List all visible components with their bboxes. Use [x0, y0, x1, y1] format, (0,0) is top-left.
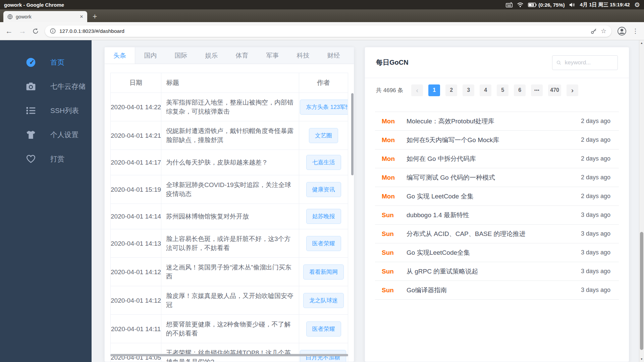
gocn-item-time: 2 days ago: [581, 118, 610, 125]
session-gear-icon[interactable]: ⚙: [634, 2, 640, 8]
news-table-row[interactable]: 2020-04-01 14:12 脸皮厚！京媒真是败人品，又开始吹嘘国安夺冠 龙…: [111, 286, 348, 315]
reload-icon[interactable]: [32, 28, 39, 35]
camera-icon: [25, 81, 36, 92]
sidebar-item-profile-settings[interactable]: 个人设置: [0, 123, 92, 147]
news-date: 2020-04-01 14:12: [111, 286, 161, 315]
pagination-prev-button[interactable]: ‹: [411, 84, 423, 96]
news-table: 日期 标题 作者 2020-04-01 14:22 美军指挥部迁入地堡，整座山被…: [110, 73, 348, 362]
news-author-badge[interactable]: 东方头条 123军情: [300, 100, 348, 115]
gocn-list-item[interactable]: Sun 从 gRPC 的重试策略说起 3 days ago: [375, 262, 619, 281]
gocn-list-item[interactable]: Mon 编写可测试 Go 代码的一种模式 2 days ago: [375, 168, 619, 187]
gocn-list-item[interactable]: Mon 如何在 Go 中拆分代码库 2 days ago: [375, 149, 619, 168]
site-info-icon[interactable]: [50, 28, 56, 34]
news-author-cell: 医者荣耀: [299, 229, 348, 258]
news-author-badge[interactable]: 健康资讯: [306, 182, 341, 197]
news-table-wrap: 日期 标题 作者 2020-04-01 14:22 美军指挥部迁入地堡，整座山被…: [110, 73, 348, 362]
news-table-row[interactable]: 2020-04-01 14:14 苏州园林博物馆恢复对外开放 姑苏晚报: [111, 204, 348, 229]
scrollbar-up-arrow-icon[interactable]: ▲: [639, 42, 644, 45]
sidebar-item-home[interactable]: 首页: [0, 50, 92, 74]
gocn-list-item[interactable]: Mon Go 实现 LeetCode 全集 2 days ago: [375, 187, 619, 206]
pagination-next-button[interactable]: ›: [567, 84, 578, 96]
news-table-row[interactable]: 2020-04-01 14:21 倪妮新封遭遇滑铁卢，戴针织帽角度奇怪暴露脸部缺…: [111, 121, 348, 150]
news-category-tab[interactable]: 国内: [135, 47, 166, 64]
table-vertical-scrollbar[interactable]: [351, 93, 354, 175]
gocn-list-item[interactable]: Sun Go编译器指南 3 days ago: [375, 281, 619, 300]
news-table-row[interactable]: 2020-04-01 14:12 迷之画风！英国男子扮“灌木丛”偷溜出门买东西 …: [111, 258, 348, 286]
news-author-badge[interactable]: 医者荣耀: [306, 321, 341, 337]
clock[interactable]: 4月 1日 周三 15:19:42: [580, 2, 630, 8]
new-tab-button[interactable]: +: [93, 13, 97, 20]
browser-menu-icon[interactable]: ⋮: [632, 28, 639, 34]
news-title: 王者荣耀：丝血锁住的英雄TOP8！这几个英雄血量条是假的?: [161, 343, 299, 362]
scrollbar-down-arrow-icon[interactable]: ▼: [639, 358, 644, 361]
gocn-list-item[interactable]: Mon Molecule：高效Protobuf处理库 2 days ago: [375, 112, 619, 131]
news-title: 迷之画风！英国男子扮“灌木丛”偷溜出门买东西: [161, 258, 299, 286]
tshirt-icon: [25, 129, 36, 140]
gocn-day-label: Sun: [382, 287, 399, 294]
scrollbar-thumb[interactable]: [640, 232, 643, 350]
news-table-row[interactable]: 2020-04-01 14:05 王者荣耀：丝血锁住的英雄TOP8！这几个英雄血…: [111, 343, 348, 362]
gocn-search-box[interactable]: [552, 55, 618, 70]
keyboard-icon[interactable]: [506, 2, 513, 7]
news-table-header-row: 日期 标题 作者: [111, 73, 348, 93]
news-category-tab[interactable]: 头条: [105, 47, 135, 64]
pagination-page-button[interactable]: 2: [445, 84, 457, 96]
news-title: 倪妮新封遭遇滑铁卢，戴针织帽角度奇怪暴露脸部缺点，撞脸舒淇: [161, 121, 299, 150]
gocn-list-item[interactable]: Mon 如何在5天内编写一个Go Mock库 2 days ago: [375, 131, 619, 149]
sidebar-item-qiniu-storage[interactable]: 七牛云存储: [0, 74, 92, 99]
volume-icon[interactable]: [569, 2, 576, 7]
news-category-tab[interactable]: 财经: [318, 47, 349, 64]
system-tray: (0:26, 75%) 4月 1日 周三 15:19:42 ⚙: [506, 2, 640, 8]
profile-avatar-icon[interactable]: [618, 27, 626, 36]
wifi-icon[interactable]: [517, 2, 524, 7]
forward-icon[interactable]: →: [19, 27, 26, 35]
news-table-row[interactable]: 2020-04-01 14:11 想要肾脏更健康，这2种食物要少碰，不了解的不妨…: [111, 315, 348, 343]
sidebar-item-label: SSH列表: [50, 106, 79, 115]
sidebar-item-ssh-list[interactable]: SSH列表: [0, 99, 92, 123]
news-category-tab[interactable]: 体育: [227, 47, 257, 64]
news-category-tab[interactable]: 军事: [257, 47, 288, 64]
news-table-row[interactable]: 2020-04-01 14:22 美军指挥部迁入地堡，整座山被掏空，内部错综复杂…: [111, 93, 348, 121]
window-scrollbar[interactable]: ▲ ▼: [639, 40, 644, 362]
news-table-row[interactable]: 2020-04-01 15:19 全球新冠肺炎COVID-19实时追踪，关注全球…: [111, 175, 348, 204]
browser-tab[interactable]: gowork ×: [3, 11, 87, 22]
gocn-item-title: 如何在 Go 中拆分代码库: [407, 155, 581, 163]
gocn-list-item[interactable]: Sun 分布式从 ACID、CAP、BASE 的理论推进 3 days ago: [375, 225, 619, 243]
address-bar[interactable]: 127.0.0.1:8023/#/dashboard ☆: [45, 25, 611, 37]
back-icon[interactable]: ←: [5, 27, 13, 35]
news-author-badge[interactable]: 七嘉生活: [306, 155, 341, 170]
pagination-page-button[interactable]: 1: [428, 84, 440, 96]
page-viewport: 首页 七牛云存储 SSH列表: [0, 40, 644, 362]
pagination-page-button[interactable]: 6: [514, 84, 526, 96]
news-author-badge[interactable]: 医者荣耀: [306, 236, 341, 251]
news-author-badge[interactable]: 看看新闻网: [303, 264, 344, 280]
news-author-cell: 白月光不加糖 .: [299, 343, 348, 362]
gocn-item-time: 3 days ago: [581, 230, 610, 237]
gocn-list-item[interactable]: Sun Go 实现LeetCode全集 3 days ago: [375, 243, 619, 262]
news-date: 2020-04-01 14:22: [111, 93, 161, 121]
gocn-item-time: 2 days ago: [581, 193, 610, 200]
password-key-icon[interactable]: [591, 28, 597, 34]
table-horizontal-scrollbar[interactable]: [110, 354, 348, 356]
pagination-page-button[interactable]: 4: [480, 84, 491, 96]
news-category-tab[interactable]: 国际: [166, 47, 196, 64]
news-category-tab[interactable]: 娱乐: [196, 47, 227, 64]
pagination-page-button[interactable]: 470: [548, 84, 561, 96]
news-table-row[interactable]: 2020-04-01 14:17 为什么每天护肤，皮肤却越来越差？ 七嘉生活: [111, 150, 348, 175]
bookmark-star-icon[interactable]: ☆: [601, 28, 606, 34]
gocn-item-time: 2 days ago: [581, 136, 610, 143]
gocn-list-item[interactable]: Sun dubbogo 1.4 最新特性 3 days ago: [375, 206, 619, 225]
news-author-badge[interactable]: 龙之队球迷: [303, 293, 344, 308]
news-date: 2020-04-01 14:13: [111, 229, 161, 258]
sidebar-item-donate[interactable]: 打赏: [0, 147, 92, 171]
battery-indicator[interactable]: (0:26, 75%): [528, 2, 565, 8]
search-input[interactable]: [564, 59, 613, 66]
news-author-badge[interactable]: 文艺圈: [309, 128, 338, 143]
news-author-badge[interactable]: 姑苏晚报: [306, 209, 341, 224]
news-table-row[interactable]: 2020-04-01 14:13 脸上容易长色斑，或许是肝脏不好，这3个方法可以…: [111, 229, 348, 258]
pagination-page-button[interactable]: 5: [497, 84, 508, 96]
tab-close-icon[interactable]: ×: [80, 14, 83, 19]
pagination-page-button[interactable]: •••: [531, 84, 543, 96]
pagination-page-button[interactable]: 3: [463, 84, 474, 96]
news-category-tab[interactable]: 科技: [288, 47, 318, 64]
